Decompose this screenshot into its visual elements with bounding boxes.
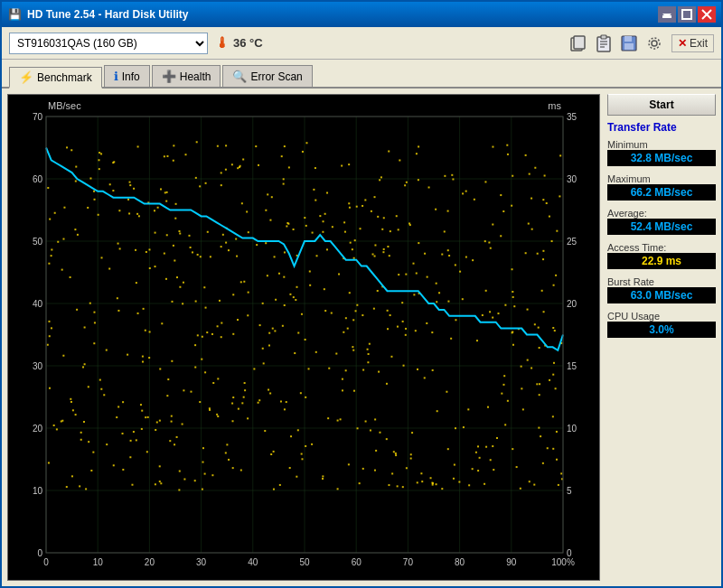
save-icon[interactable]: [619, 33, 639, 53]
minimize-button[interactable]: [658, 6, 676, 23]
svg-rect-8: [601, 35, 606, 39]
exit-label-text: Exit: [690, 37, 708, 50]
cpu-usage-label: CPU Usage: [607, 311, 716, 322]
tab-health[interactable]: ➕ Health: [152, 65, 221, 87]
svg-rect-13: [624, 36, 632, 42]
average-value: 52.4 MB/sec: [607, 219, 716, 235]
title-bar: 💾 HD Tune 2.54 - Hard Disk Utility: [2, 2, 721, 27]
tab-info-label: Info: [122, 70, 140, 83]
settings-icon[interactable]: [644, 33, 664, 53]
cpu-usage-value: 3.0%: [607, 322, 716, 338]
toolbar: ST916031QAS (160 GB) 🌡 36 °C ✕ Start Exi…: [2, 27, 721, 60]
temperature-value: 36 °C: [233, 36, 263, 50]
stats-section: Transfer Rate Minimum 32.8 MB/sec Maximu…: [607, 121, 716, 341]
average-stat: Average: 52.4 MB/sec: [607, 208, 716, 235]
copy-icon[interactable]: [568, 33, 588, 53]
toolbar-icons: [568, 33, 664, 53]
info-icon: ℹ: [114, 70, 118, 83]
maximum-label: Maximum: [607, 173, 716, 184]
maximize-button[interactable]: [678, 6, 696, 23]
maximum-value: 66.2 MB/sec: [607, 184, 716, 201]
health-icon: ➕: [162, 70, 176, 83]
svg-rect-14: [624, 43, 634, 50]
access-time-value: 22.9 ms: [607, 253, 716, 269]
access-time-label: Access Time:: [607, 242, 716, 253]
svg-point-16: [649, 38, 660, 49]
tab-health-label: Health: [180, 70, 211, 83]
disk-selector[interactable]: ST916031QAS (160 GB): [9, 33, 208, 54]
tab-error-scan[interactable]: 🔍 Error Scan: [222, 65, 312, 87]
benchmark-chart: [8, 95, 599, 580]
tab-error-scan-label: Error Scan: [250, 70, 302, 83]
window-controls: [658, 6, 716, 23]
minimum-value: 32.8 MB/sec: [607, 150, 716, 166]
maximum-stat: Maximum 66.2 MB/sec: [607, 173, 716, 201]
tabs-bar: ⚡ Benchmark ℹ Info ➕ Health 🔍 Error Scan: [2, 60, 721, 89]
window-title: HD Tune 2.54 - Hard Disk Utility: [27, 8, 658, 21]
cpu-usage-stat: CPU Usage 3.0%: [607, 311, 716, 338]
minimum-stat: Minimum 32.8 MB/sec: [607, 139, 716, 166]
thermometer-icon: 🌡: [215, 35, 230, 51]
exit-x-icon: ✕: [678, 37, 687, 50]
burst-rate-label: Burst Rate: [607, 276, 716, 287]
main-window: 💾 HD Tune 2.54 - Hard Disk Utility ST916…: [0, 0, 723, 588]
tab-benchmark[interactable]: ⚡ Benchmark: [9, 67, 102, 89]
clipboard-icon[interactable]: [594, 33, 614, 53]
close-button[interactable]: [698, 6, 716, 23]
chart-area: [7, 94, 600, 581]
start-button[interactable]: Start: [607, 94, 716, 116]
main-content: Start Transfer Rate Minimum 32.8 MB/sec …: [2, 89, 721, 586]
svg-rect-6: [574, 36, 585, 49]
app-icon: 💾: [7, 7, 22, 22]
svg-rect-2: [682, 10, 691, 19]
burst-rate-stat: Burst Rate 63.0 MB/sec: [607, 276, 716, 303]
temperature-display: 🌡 36 °C: [215, 35, 263, 51]
average-label: Average:: [607, 208, 716, 219]
access-time-stat: Access Time: 22.9 ms: [607, 242, 716, 269]
scan-icon: 🔍: [232, 70, 247, 83]
burst-rate-value: 63.0 MB/sec: [607, 287, 716, 303]
minimum-label: Minimum: [607, 139, 716, 150]
transfer-rate-header: Transfer Rate: [607, 121, 716, 134]
exit-button[interactable]: ✕ Start Exit: [671, 34, 714, 52]
tab-info[interactable]: ℹ Info: [104, 65, 150, 87]
tab-benchmark-label: Benchmark: [37, 71, 92, 84]
svg-point-15: [652, 41, 657, 46]
right-panel: Start Transfer Rate Minimum 32.8 MB/sec …: [607, 94, 716, 581]
benchmark-icon: ⚡: [19, 70, 33, 84]
